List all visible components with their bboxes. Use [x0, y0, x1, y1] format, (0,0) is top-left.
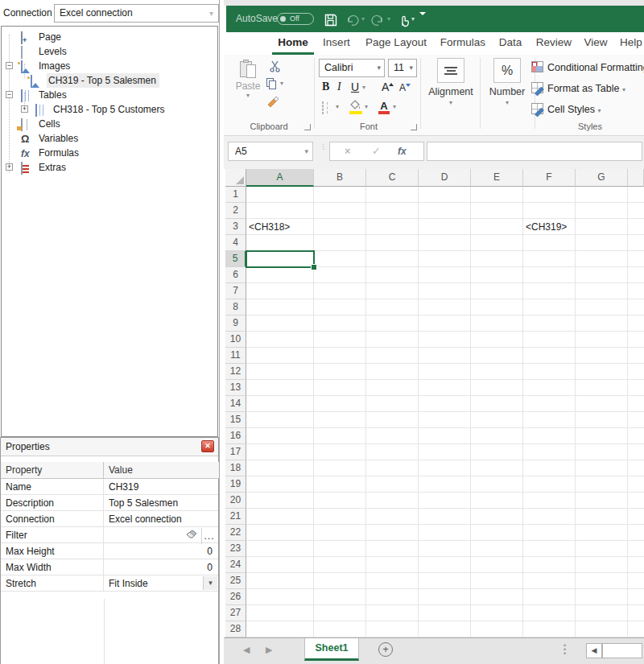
tab-data[interactable]: Data: [493, 32, 528, 52]
selected-cell-outline[interactable]: [246, 250, 315, 268]
tree-item-variables[interactable]: ΩVariables: [2, 131, 217, 146]
select-all-button[interactable]: [225, 169, 246, 187]
font-dialog-launcher-icon[interactable]: [411, 124, 417, 130]
tab-help[interactable]: Help: [615, 32, 644, 52]
clipboard-dialog-launcher-icon[interactable]: [304, 124, 311, 130]
tab-page-layout[interactable]: Page Layout: [362, 32, 430, 52]
font-color-dropdown-icon[interactable]: ▾: [393, 103, 396, 110]
row-header-2[interactable]: 2: [225, 203, 246, 219]
row-header-20[interactable]: 20: [225, 493, 246, 509]
name-box[interactable]: A5 ▾: [228, 142, 313, 161]
formula-input[interactable]: [427, 142, 642, 161]
add-sheet-icon[interactable]: +: [378, 642, 393, 657]
row-header-18[interactable]: 18: [225, 460, 246, 476]
row-header-8[interactable]: 8: [225, 299, 246, 316]
increase-font-size-button[interactable]: A: [382, 80, 394, 93]
insert-function-icon[interactable]: fx: [398, 142, 407, 160]
fill-handle[interactable]: [311, 264, 317, 270]
row-header-5[interactable]: 5: [225, 251, 246, 267]
close-icon[interactable]: ✕: [201, 440, 214, 452]
copy-dropdown-icon[interactable]: ▾: [280, 80, 283, 87]
sheet-bar-grip[interactable]: •••: [564, 644, 566, 656]
format-as-table-button[interactable]: Format as Table ▾: [531, 81, 625, 96]
expand-icon[interactable]: +: [6, 163, 13, 171]
row-header-12[interactable]: 12: [225, 364, 246, 380]
row-header-6[interactable]: 6: [225, 267, 246, 283]
row-header-14[interactable]: 14: [225, 396, 246, 412]
save-icon[interactable]: [324, 11, 338, 26]
tab-formulas[interactable]: Formulas: [436, 32, 489, 52]
font-color-button[interactable]: A: [378, 100, 390, 114]
tree-item-ch319-top-5-salesmen[interactable]: CH319 - Top 5 Salesmen: [2, 73, 217, 88]
underline-button[interactable]: U: [351, 80, 359, 93]
undo-dropdown-icon[interactable]: ▾: [361, 6, 365, 32]
property-value[interactable]: Top 5 Salesmen: [104, 495, 217, 510]
cut-icon[interactable]: [269, 60, 281, 75]
column-header-e[interactable]: E: [471, 169, 523, 187]
property-value[interactable]: Fit Inside: [104, 575, 217, 591]
property-value[interactable]: CH319: [104, 479, 217, 494]
tab-view[interactable]: View: [579, 32, 613, 52]
cell-a3[interactable]: <CH318>: [249, 219, 290, 235]
tree-item-images[interactable]: −Images: [2, 59, 217, 73]
tree-item-tables[interactable]: −Tables: [2, 88, 217, 102]
row-header-11[interactable]: 11: [225, 348, 246, 364]
fill-color-button[interactable]: [349, 100, 362, 114]
sheet-tab-sheet1[interactable]: Sheet1: [304, 638, 359, 661]
formula-bar-grip[interactable]: ⋮: [320, 142, 324, 161]
row-header-3[interactable]: 3: [225, 219, 246, 235]
tree-item-ch318-top-5-customers[interactable]: +CH318 - Top 5 Customers: [2, 102, 217, 117]
cell-styles-button[interactable]: Cell Styles ▾: [531, 102, 601, 117]
filter-ellipsis-button[interactable]: ...: [201, 528, 217, 544]
font-name-dropdown[interactable]: Calibri ▾: [319, 59, 385, 77]
column-header-f[interactable]: F: [523, 169, 576, 187]
row-header-15[interactable]: 15: [225, 412, 246, 428]
property-value[interactable]: 0: [104, 559, 217, 575]
next-sheet-icon[interactable]: ▶: [266, 638, 272, 661]
row-header-4[interactable]: 4: [225, 235, 246, 251]
cell-f3[interactable]: <CH319>: [526, 219, 567, 235]
tree-item-page[interactable]: +Page: [2, 30, 217, 44]
row-header-9[interactable]: 9: [225, 316, 246, 332]
row-header-26[interactable]: 26: [225, 589, 246, 605]
tab-insert[interactable]: Insert: [319, 32, 354, 52]
number-button[interactable]: % Number ▾: [481, 58, 533, 106]
tree-item-levels[interactable]: Levels: [2, 44, 217, 59]
bold-button[interactable]: B: [322, 80, 329, 93]
row-header-21[interactable]: 21: [225, 509, 246, 525]
autosave-toggle[interactable]: Off: [277, 13, 314, 25]
underline-dropdown-icon[interactable]: ▾: [362, 84, 365, 91]
row-header-19[interactable]: 19: [225, 476, 246, 493]
column-header-b[interactable]: B: [314, 169, 366, 187]
customize-quick-access-icon[interactable]: [419, 15, 427, 27]
collapse-icon[interactable]: −: [6, 62, 13, 69]
row-header-23[interactable]: 23: [225, 541, 246, 557]
touch-mode-dropdown-icon[interactable]: ▾: [411, 6, 415, 32]
paste-button[interactable]: Paste ▾: [232, 58, 264, 118]
borders-dropdown-icon[interactable]: ▾: [336, 103, 339, 110]
panel-divider[interactable]: [219, 0, 220, 664]
expand-icon[interactable]: +: [21, 105, 28, 113]
row-header-17[interactable]: 17: [225, 444, 246, 460]
row-header-28[interactable]: 28: [225, 621, 246, 637]
row-header-13[interactable]: 13: [225, 380, 246, 396]
row-header-25[interactable]: 25: [225, 573, 246, 589]
tree-item-cells[interactable]: Cells: [2, 117, 217, 131]
row-header-1[interactable]: 1: [225, 187, 246, 203]
row-header-7[interactable]: 7: [225, 283, 246, 299]
property-value[interactable]: Excel connection: [104, 511, 217, 526]
decrease-font-size-button[interactable]: A: [399, 82, 411, 93]
tab-home[interactable]: Home: [272, 32, 314, 55]
italic-button[interactable]: I: [337, 80, 341, 93]
column-header-d[interactable]: D: [419, 169, 471, 187]
row-header-22[interactable]: 22: [225, 525, 246, 541]
column-header-c[interactable]: C: [366, 169, 419, 187]
cancel-icon[interactable]: ×: [345, 142, 351, 160]
enter-icon[interactable]: ✓: [372, 142, 381, 160]
alignment-button[interactable]: Alignment ▾: [425, 58, 477, 106]
format-painter-icon[interactable]: [266, 95, 279, 110]
fill-color-dropdown-icon[interactable]: ▾: [365, 103, 368, 110]
column-header-partial[interactable]: [628, 169, 644, 187]
row-header-24[interactable]: 24: [225, 557, 246, 573]
collapse-icon[interactable]: −: [6, 91, 13, 98]
